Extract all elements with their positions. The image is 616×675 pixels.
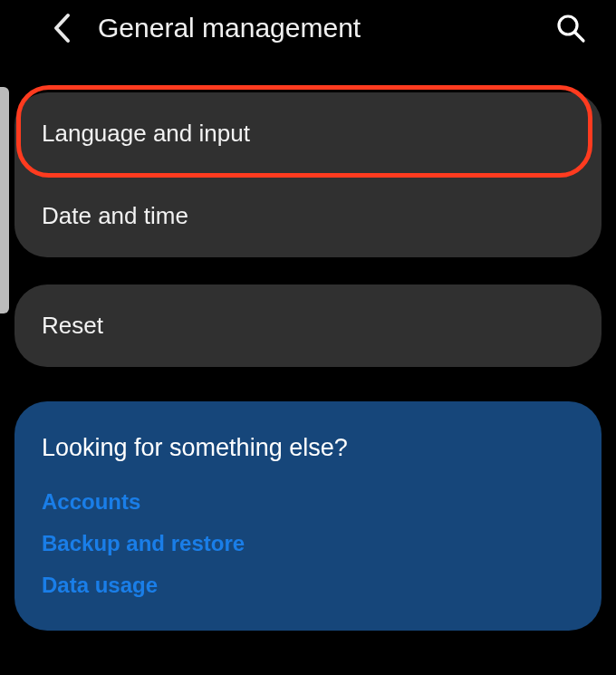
back-chevron-icon xyxy=(52,13,72,43)
suggestions-title: Looking for something else? xyxy=(42,434,574,462)
date-and-time-item[interactable]: Date and time xyxy=(14,175,602,257)
item-label: Language and input xyxy=(42,120,250,147)
suggestion-link-data-usage[interactable]: Data usage xyxy=(42,573,574,598)
page-title: General management xyxy=(98,13,361,43)
search-button[interactable] xyxy=(551,8,591,48)
suggestion-link-accounts[interactable]: Accounts xyxy=(42,489,574,515)
settings-group-2: Reset xyxy=(14,284,602,367)
suggestions-card: Looking for something else? Accounts Bac… xyxy=(14,401,602,631)
scroll-indicator[interactable] xyxy=(0,87,9,313)
reset-item[interactable]: Reset xyxy=(14,284,602,367)
language-and-input-item[interactable]: Language and input xyxy=(14,92,602,175)
item-label: Reset xyxy=(42,312,103,339)
header-bar: General management xyxy=(0,0,616,56)
svg-line-1 xyxy=(575,33,583,41)
item-label: Date and time xyxy=(42,202,188,229)
back-button[interactable] xyxy=(43,10,80,46)
settings-group-1: Language and input Date and time xyxy=(14,92,602,257)
search-icon xyxy=(555,13,586,43)
suggestion-link-backup-restore[interactable]: Backup and restore xyxy=(42,531,574,556)
